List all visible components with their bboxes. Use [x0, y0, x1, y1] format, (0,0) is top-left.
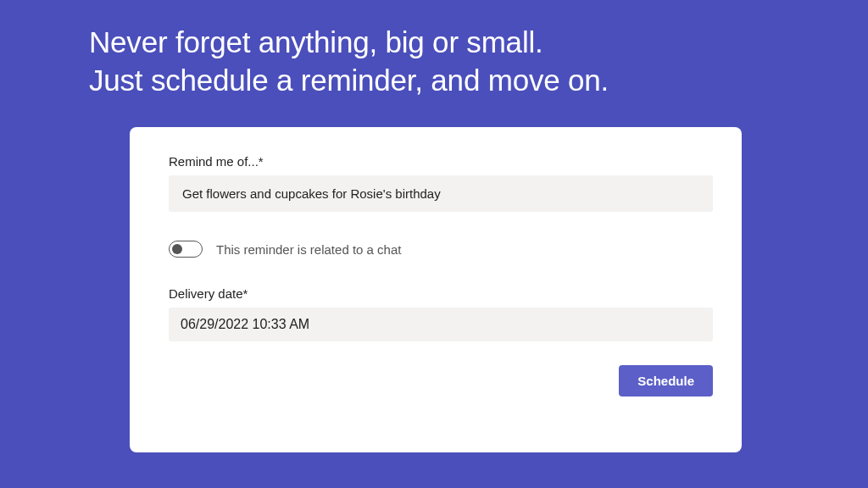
reminder-card: Remind me of...* This reminder is relate…	[130, 127, 742, 452]
chat-toggle[interactable]	[169, 241, 203, 258]
delivery-date-input[interactable]	[169, 308, 713, 341]
schedule-button[interactable]: Schedule	[619, 365, 713, 396]
remind-input[interactable]	[169, 175, 713, 212]
toggle-knob-icon	[172, 244, 182, 254]
remind-label: Remind me of...*	[169, 154, 713, 169]
card-actions: Schedule	[169, 365, 713, 396]
hero-line-1: Never forget anything, big or small.	[89, 24, 609, 62]
delivery-label: Delivery date*	[169, 286, 713, 301]
hero-line-2: Just schedule a reminder, and move on.	[89, 62, 609, 100]
chat-toggle-label: This reminder is related to a chat	[216, 242, 401, 257]
chat-toggle-row: This reminder is related to a chat	[169, 241, 713, 258]
hero-headline: Never forget anything, big or small. Jus…	[89, 24, 609, 100]
